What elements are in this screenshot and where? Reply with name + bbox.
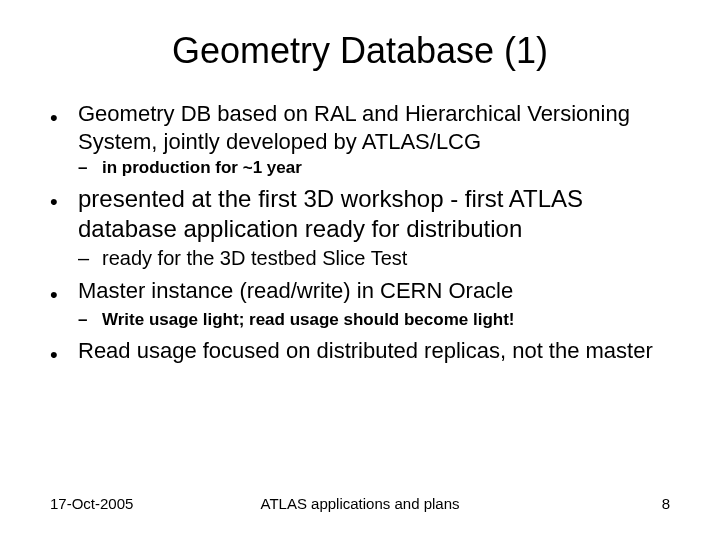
dash-icon: – [78, 309, 102, 330]
slide: Geometry Database (1) • Geometry DB base… [0, 0, 720, 540]
bullet-level1: • Read usage focused on distributed repl… [50, 337, 670, 367]
bullet-dot-icon: • [50, 100, 78, 155]
bullet-level1: • Geometry DB based on RAL and Hierarchi… [50, 100, 670, 155]
bullet-text: presented at the first 3D workshop - fir… [78, 184, 670, 244]
bullet-text: Master instance (read/write) in CERN Ora… [78, 277, 670, 307]
bullet-level1: • Master instance (read/write) in CERN O… [50, 277, 670, 307]
bullet-text: ready for the 3D testbed Slice Test [102, 246, 670, 271]
bullet-dot-icon: • [50, 184, 78, 244]
bullet-level2: – ready for the 3D testbed Slice Test [78, 246, 670, 271]
footer-title: ATLAS applications and plans [0, 495, 720, 512]
bullet-dot-icon: • [50, 337, 78, 367]
slide-footer: 17-Oct-2005 ATLAS applications and plans… [0, 495, 720, 512]
dash-icon: – [78, 157, 102, 178]
bullet-dot-icon: • [50, 277, 78, 307]
bullet-text: Read usage focused on distributed replic… [78, 337, 670, 367]
bullet-text: Geometry DB based on RAL and Hierarchica… [78, 100, 670, 155]
bullet-level2: – in production for ~1 year [78, 157, 670, 178]
slide-body: • Geometry DB based on RAL and Hierarchi… [50, 100, 670, 367]
dash-icon: – [78, 246, 102, 271]
bullet-text: Write usage light; read usage should bec… [102, 309, 670, 330]
bullet-level2: – Write usage light; read usage should b… [78, 309, 670, 330]
bullet-level1: • presented at the first 3D workshop - f… [50, 184, 670, 244]
bullet-text: in production for ~1 year [102, 157, 670, 178]
slide-title: Geometry Database (1) [50, 30, 670, 72]
